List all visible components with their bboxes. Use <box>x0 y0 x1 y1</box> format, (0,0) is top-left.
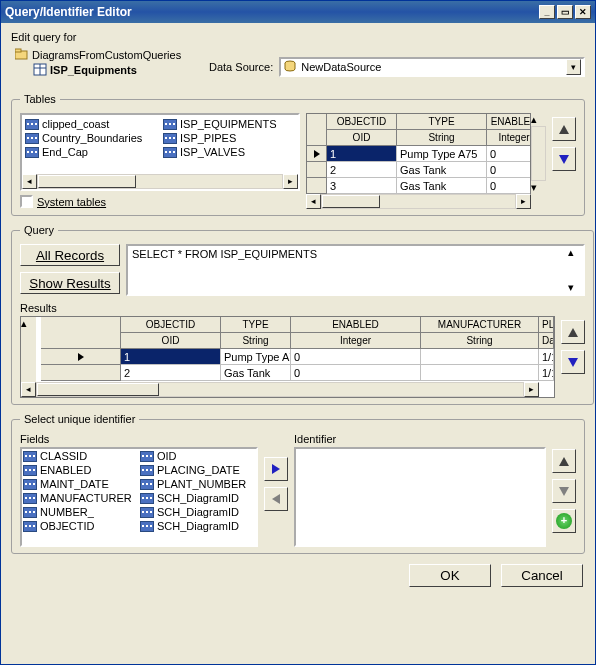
cell[interactable]: 0 <box>487 162 531 178</box>
system-tables-checkbox[interactable] <box>20 195 33 208</box>
scroll-left-icon[interactable]: ◂ <box>21 382 36 397</box>
tables-preview-grid[interactable]: OBJECTID TYPE ENABLED OID String Integer… <box>306 113 546 209</box>
row-header[interactable] <box>307 146 327 162</box>
cell[interactable]: 1/14/2004 12:00: <box>539 349 554 365</box>
cell[interactable]: 1 <box>327 146 397 162</box>
source-tree[interactable]: DiagramsFromCustomQueries ISP_Equipments <box>11 45 201 85</box>
cell[interactable]: 0 <box>487 178 531 194</box>
add-field-button[interactable] <box>264 457 288 481</box>
client-area: Edit query for DiagramsFromCustomQueries… <box>1 23 595 664</box>
identifier-list[interactable] <box>294 447 546 547</box>
scroll-up-icon[interactable]: ▴ <box>21 317 36 330</box>
cell[interactable]: 2 <box>121 365 221 381</box>
results-grid[interactable]: OBJECTID TYPE ENABLED MANUFACTURER PLACI… <box>20 316 555 398</box>
list-item[interactable]: Country_Boundaries <box>24 131 158 145</box>
col-header[interactable]: MANUFACTURER <box>421 317 539 333</box>
cell[interactable]: 0 <box>487 146 531 162</box>
v-scrollbar[interactable]: ▴ ▾ <box>568 246 583 294</box>
scroll-right-icon[interactable]: ▸ <box>524 382 539 397</box>
h-scrollbar[interactable]: ◂ ▸ <box>306 194 531 209</box>
list-item[interactable]: ISP_EQUIPMENTS <box>162 117 296 131</box>
fields-list[interactable]: CLASSID ENABLED MAINT_DATE MANUFACTURER … <box>20 447 258 547</box>
list-item[interactable]: CLASSID <box>22 449 139 463</box>
list-item[interactable]: OBJECTID <box>22 519 139 533</box>
move-up-button[interactable] <box>561 320 585 344</box>
scroll-down-icon[interactable]: ▾ <box>568 281 583 294</box>
close-button[interactable]: ✕ <box>575 5 591 19</box>
cell[interactable]: Gas Tank <box>397 178 487 194</box>
scroll-left-icon[interactable]: ◂ <box>306 194 321 209</box>
col-header[interactable]: ENABLED <box>487 114 531 130</box>
move-down-button[interactable] <box>552 479 576 503</box>
move-down-button[interactable] <box>561 350 585 374</box>
scroll-down-icon[interactable]: ▾ <box>531 181 546 194</box>
list-item[interactable]: ENABLED <box>22 463 139 477</box>
tables-list[interactable]: clipped_coast Country_Boundaries End_Cap… <box>20 113 300 191</box>
list-item[interactable]: SCH_DiagramID <box>139 519 256 533</box>
list-item[interactable]: MAINT_DATE <box>22 477 139 491</box>
cell[interactable]: 0 <box>291 349 421 365</box>
maximize-button[interactable]: ▭ <box>557 5 573 19</box>
cell[interactable]: Gas Tank <box>397 162 487 178</box>
col-header[interactable]: ENABLED <box>291 317 421 333</box>
cell[interactable] <box>421 349 539 365</box>
datasource-combo[interactable]: NewDataSource ▾ <box>279 57 585 77</box>
dropdown-icon[interactable]: ▾ <box>566 59 581 75</box>
h-scrollbar[interactable]: ◂ ▸ <box>21 382 539 397</box>
col-header[interactable]: TYPE <box>221 317 291 333</box>
row-header[interactable] <box>41 365 121 381</box>
cancel-button[interactable]: Cancel <box>501 564 583 587</box>
row-header[interactable] <box>41 349 121 365</box>
row-header[interactable] <box>307 178 327 194</box>
cell[interactable]: Pump Type A75 <box>397 146 487 162</box>
titlebar[interactable]: Query/Identifier Editor _ ▭ ✕ <box>1 1 595 23</box>
system-tables-label[interactable]: System tables <box>37 196 106 208</box>
cell[interactable]: 3 <box>327 178 397 194</box>
move-down-button[interactable] <box>552 147 576 171</box>
list-item[interactable]: OID <box>139 449 256 463</box>
cell[interactable]: 2 <box>327 162 397 178</box>
list-item[interactable]: PLANT_NUMBER <box>139 477 256 491</box>
list-item[interactable]: SCH_DiagramID <box>139 505 256 519</box>
col-header[interactable]: PLACING_DATE <box>539 317 554 333</box>
scroll-thumb[interactable] <box>322 195 380 208</box>
cell[interactable]: 1/15/2004 12:00: <box>539 365 554 381</box>
list-item[interactable]: clipped_coast <box>24 117 158 131</box>
all-records-button[interactable]: All Records <box>20 244 120 266</box>
tree-root[interactable]: DiagramsFromCustomQueries <box>15 47 201 62</box>
col-header[interactable]: OBJECTID <box>121 317 221 333</box>
list-item[interactable]: ISP_VALVES <box>162 145 296 159</box>
scroll-left-icon[interactable]: ◂ <box>22 174 37 189</box>
list-item[interactable]: MANUFACTURER <box>22 491 139 505</box>
ok-button[interactable]: OK <box>409 564 491 587</box>
col-header[interactable]: TYPE <box>397 114 487 130</box>
scroll-right-icon[interactable]: ▸ <box>516 194 531 209</box>
tree-child[interactable]: ISP_Equipments <box>15 62 201 77</box>
minimize-button[interactable]: _ <box>539 5 555 19</box>
col-header[interactable]: OBJECTID <box>327 114 397 130</box>
cell[interactable]: 1 <box>121 349 221 365</box>
add-identifier-button[interactable]: + <box>552 509 576 533</box>
row-header[interactable] <box>307 162 327 178</box>
scroll-thumb[interactable] <box>38 175 136 188</box>
list-item[interactable]: ISP_PIPES <box>162 131 296 145</box>
scroll-right-icon[interactable]: ▸ <box>283 174 298 189</box>
v-scrollbar[interactable]: ▴ ▾ <box>531 113 546 194</box>
cell[interactable]: 0 <box>291 365 421 381</box>
list-item[interactable]: End_Cap <box>24 145 158 159</box>
show-results-button[interactable]: Show Results <box>20 272 120 294</box>
list-item[interactable]: PLACING_DATE <box>139 463 256 477</box>
scroll-up-icon[interactable]: ▴ <box>531 113 546 126</box>
move-up-button[interactable] <box>552 117 576 141</box>
remove-field-button[interactable] <box>264 487 288 511</box>
list-item[interactable]: SCH_DiagramID <box>139 491 256 505</box>
cell[interactable] <box>421 365 539 381</box>
list-item[interactable]: NUMBER_ <box>22 505 139 519</box>
h-scrollbar[interactable]: ◂ ▸ <box>22 174 298 189</box>
scroll-up-icon[interactable]: ▴ <box>568 246 583 259</box>
cell[interactable]: Gas Tank <box>221 365 291 381</box>
cell[interactable]: Pump Type A75 <box>221 349 291 365</box>
move-up-button[interactable] <box>552 449 576 473</box>
query-textarea[interactable]: SELECT * FROM ISP_EQUIPMENTS ▴ ▾ <box>126 244 585 296</box>
scroll-thumb[interactable] <box>37 383 159 396</box>
